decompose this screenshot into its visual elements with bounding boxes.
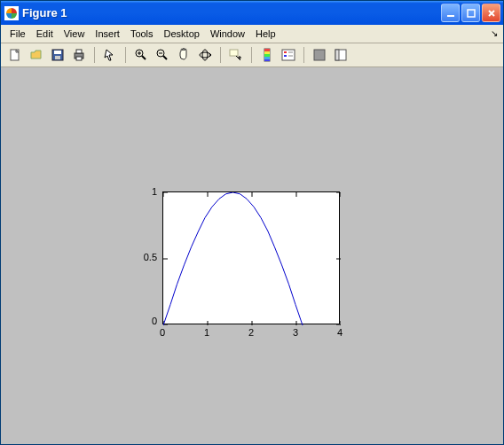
menu-insert[interactable]: Insert bbox=[90, 27, 125, 41]
svg-rect-8 bbox=[76, 57, 82, 60]
svg-point-17 bbox=[202, 50, 208, 60]
matlab-icon bbox=[4, 6, 19, 20]
zoom-in-button[interactable] bbox=[131, 45, 151, 65]
xtick-label: 3 bbox=[293, 327, 298, 338]
toolbar-separator bbox=[125, 47, 126, 63]
window-control-buttons bbox=[441, 4, 500, 22]
show-plot-tools-button[interactable] bbox=[331, 45, 350, 65]
line-plot bbox=[163, 192, 341, 325]
toolbar-separator bbox=[303, 47, 304, 63]
hide-plot-tools-button[interactable] bbox=[310, 45, 329, 65]
rotate-3d-button[interactable] bbox=[195, 45, 215, 65]
svg-rect-22 bbox=[264, 54, 270, 57]
menu-view[interactable]: View bbox=[59, 27, 91, 41]
xtick-label: 0 bbox=[160, 327, 165, 338]
svg-rect-32 bbox=[335, 50, 339, 60]
menu-window[interactable]: Window bbox=[205, 27, 250, 41]
svg-rect-0 bbox=[447, 15, 454, 17]
new-figure-button[interactable] bbox=[5, 45, 25, 65]
xtick-label: 4 bbox=[337, 327, 343, 338]
svg-rect-4 bbox=[54, 51, 61, 54]
toolbar-separator bbox=[220, 47, 221, 63]
xtick-label: 1 bbox=[204, 327, 209, 338]
open-button[interactable] bbox=[27, 45, 46, 65]
print-button[interactable] bbox=[69, 45, 89, 65]
menu-tools[interactable]: Tools bbox=[125, 27, 159, 41]
svg-line-10 bbox=[142, 56, 146, 59]
menu-edit[interactable]: Edit bbox=[31, 27, 59, 41]
data-cursor-button[interactable] bbox=[226, 45, 246, 65]
pan-button[interactable] bbox=[174, 45, 193, 65]
toolbar-separator bbox=[94, 47, 95, 63]
xtick-label: 2 bbox=[248, 327, 254, 338]
zoom-out-button[interactable] bbox=[153, 45, 172, 65]
svg-rect-30 bbox=[314, 50, 325, 60]
maximize-button[interactable] bbox=[461, 4, 480, 22]
menubar-dock-arrow-icon[interactable]: ↘ bbox=[491, 28, 498, 38]
svg-rect-23 bbox=[264, 57, 270, 59]
insert-legend-button[interactable] bbox=[279, 45, 298, 65]
edit-plot-button[interactable] bbox=[100, 45, 120, 65]
svg-rect-21 bbox=[264, 51, 270, 54]
svg-rect-1 bbox=[468, 10, 475, 17]
svg-rect-5 bbox=[55, 56, 60, 59]
menubar: File Edit View Insert Tools Desktop Wind… bbox=[1, 25, 503, 43]
figure-canvas[interactable]: 0 0.5 1 0 1 2 3 4 bbox=[1, 67, 503, 444]
svg-line-14 bbox=[163, 56, 167, 59]
insert-colorbar-button[interactable] bbox=[257, 45, 277, 65]
svg-rect-18 bbox=[230, 50, 238, 56]
svg-point-16 bbox=[200, 52, 210, 58]
menu-desktop[interactable]: Desktop bbox=[159, 27, 205, 41]
svg-rect-7 bbox=[76, 50, 82, 53]
toolbar bbox=[1, 43, 503, 67]
titlebar[interactable]: Figure 1 bbox=[1, 1, 503, 25]
minimize-button[interactable] bbox=[441, 4, 460, 22]
close-button[interactable] bbox=[482, 4, 500, 22]
toolbar-separator bbox=[251, 47, 252, 63]
save-button[interactable] bbox=[48, 45, 67, 65]
ytick-label: 0.5 bbox=[130, 252, 157, 262]
menu-file[interactable]: File bbox=[4, 27, 31, 41]
ytick-label: 1 bbox=[130, 186, 157, 197]
figure-window: Figure 1 File Edit View Insert Tools Des… bbox=[0, 0, 504, 445]
axes[interactable] bbox=[162, 191, 340, 324]
ytick-label: 0 bbox=[130, 316, 157, 326]
svg-rect-20 bbox=[264, 49, 270, 51]
window-title: Figure 1 bbox=[22, 6, 441, 20]
menu-help[interactable]: Help bbox=[250, 27, 281, 41]
svg-rect-24 bbox=[264, 59, 270, 61]
